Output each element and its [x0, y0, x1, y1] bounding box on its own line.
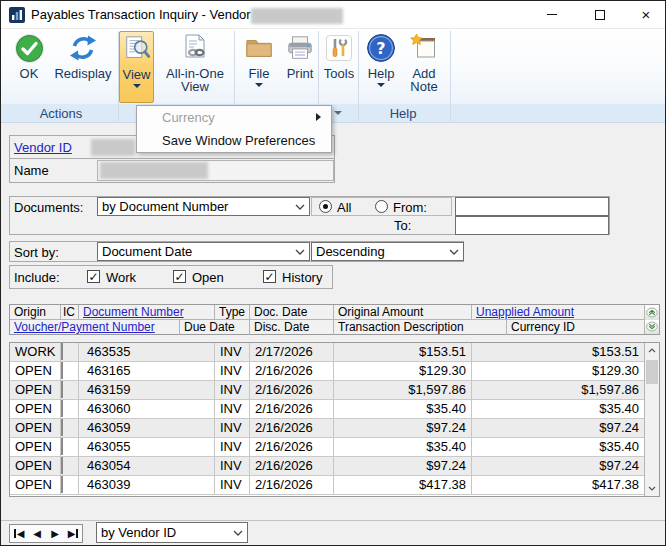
redisplay-button[interactable]: Redisplay — [51, 31, 115, 103]
view-dropdown-caret-icon — [133, 84, 141, 88]
cell-document-number: 463054 — [79, 457, 215, 475]
from-radio-label: From: — [393, 200, 427, 215]
header-document-number-link[interactable]: Document Number — [79, 305, 215, 319]
all-radio[interactable] — [319, 200, 332, 213]
cell-ic — [61, 457, 79, 475]
table-row[interactable]: OPEN 463039 INV 2/16/2026 $417.38 $417.3… — [10, 476, 659, 495]
last-record-icon — [76, 529, 78, 538]
group-label-actions: Actions — [7, 106, 115, 122]
group-label-help: Help — [359, 106, 447, 122]
all-radio-label: All — [337, 200, 351, 215]
app-icon — [9, 7, 25, 26]
print-button[interactable]: Print — [280, 31, 320, 103]
header-transaction-description: Transaction Description — [334, 320, 507, 335]
view-button[interactable]: View — [119, 31, 154, 103]
window-title: Payables Transaction Inquiry - Vendor - — [31, 1, 259, 28]
menu-item-currency-label: Currency — [162, 110, 215, 125]
help-button[interactable]: ? Help — [361, 31, 401, 103]
cell-ic — [61, 476, 79, 494]
table-row[interactable]: OPEN 463060 INV 2/16/2026 $35.40 $35.40 — [10, 400, 659, 419]
table-row[interactable]: OPEN 463054 INV 2/16/2026 $97.24 $97.24 — [10, 457, 659, 476]
from-radio[interactable] — [375, 200, 388, 213]
cell-ic — [61, 400, 79, 418]
cell-original-amount: $35.40 — [334, 400, 472, 418]
documents-range-value: by Document Number — [102, 199, 228, 214]
documents-range-select[interactable]: by Document Number — [97, 197, 310, 216]
menu-item-save-window-preferences[interactable]: Save Window Preferences — [137, 129, 331, 152]
expand-rows-button[interactable] — [644, 320, 659, 335]
radio-dot-icon — [323, 204, 328, 209]
ic-checkbox[interactable] — [61, 419, 63, 436]
go-previous-button[interactable]: ◀ — [28, 525, 46, 542]
include-history-checkbox[interactable]: ✓ — [263, 270, 276, 283]
maximize-button[interactable] — [582, 1, 618, 28]
tools-button[interactable]: Tools — [319, 31, 359, 103]
cell-document-number: 463535 — [79, 343, 215, 361]
vendor-id-link[interactable]: Vendor ID — [14, 140, 72, 155]
scrollbar-thumb[interactable] — [646, 360, 658, 384]
header-doc-date: Doc. Date — [250, 305, 334, 319]
table-row[interactable]: OPEN 463055 INV 2/16/2026 $35.40 $35.40 — [10, 438, 659, 457]
ok-icon — [14, 31, 45, 65]
header-unapplied-amount-link[interactable]: Unapplied Amount — [472, 305, 644, 319]
go-last-button[interactable]: ▶ — [64, 525, 82, 542]
transactions-table: WORK 463535 INV 2/17/2026 $153.51 $153.5… — [9, 342, 660, 497]
table-row[interactable]: WORK 463535 INV 2/17/2026 $153.51 $153.5… — [10, 343, 659, 362]
scroll-down-button[interactable] — [645, 481, 659, 496]
ic-checkbox[interactable] — [61, 381, 63, 398]
chevron-up-icon — [648, 348, 656, 353]
to-label: To: — [394, 218, 411, 233]
file-button[interactable]: File — [239, 31, 279, 103]
all-in-one-view-button[interactable]: All-in-One View — [157, 31, 233, 103]
scroll-up-button[interactable] — [645, 343, 659, 358]
to-input[interactable] — [455, 216, 609, 235]
ic-checkbox[interactable] — [61, 438, 63, 455]
collapse-rows-button[interactable] — [644, 305, 659, 320]
go-next-button[interactable]: ▶ — [46, 525, 64, 542]
minimize-button[interactable] — [534, 1, 570, 28]
include-history-label: History — [282, 270, 322, 285]
header-voucher-payment-number-link[interactable]: Voucher/Payment Number — [10, 320, 180, 335]
ic-checkbox[interactable] — [61, 476, 63, 493]
sort-direction-select[interactable]: Descending — [311, 242, 464, 261]
menu-item-currency[interactable]: Currency — [137, 106, 331, 129]
redacted-vendor-id — [91, 139, 135, 156]
cell-unapplied-amount: $129.30 — [472, 362, 644, 380]
header-type: Type — [215, 305, 250, 319]
include-work-checkbox[interactable]: ✓ — [87, 270, 100, 283]
cell-origin: OPEN — [10, 400, 61, 418]
close-button[interactable]: × — [627, 1, 665, 28]
go-first-button[interactable]: ◀ — [10, 525, 28, 542]
cell-ic — [61, 381, 79, 399]
cell-origin: OPEN — [10, 476, 61, 494]
ok-button[interactable]: OK — [7, 31, 51, 103]
table-row[interactable]: OPEN 463165 INV 2/16/2026 $129.30 $129.3… — [10, 362, 659, 381]
ic-checkbox[interactable] — [61, 400, 63, 417]
close-icon: × — [642, 7, 651, 22]
cell-document-number: 463039 — [79, 476, 215, 494]
from-input[interactable] — [455, 197, 609, 216]
cell-document-number: 463055 — [79, 438, 215, 456]
cell-unapplied-amount: $1,597.86 — [472, 381, 644, 399]
record-navigation: ◀ ◀ ▶ ▶ — [9, 524, 83, 543]
tools-icon — [326, 31, 352, 65]
table-row[interactable]: OPEN 463159 INV 2/16/2026 $1,597.86 $1,5… — [10, 381, 659, 400]
redacted-vendor-name — [251, 8, 343, 24]
cell-origin: OPEN — [10, 457, 61, 475]
chevron-down-icon — [449, 249, 459, 255]
add-note-button[interactable]: Add Note — [401, 31, 447, 103]
ic-checkbox[interactable] — [61, 362, 63, 379]
cell-unapplied-amount: $35.40 — [472, 400, 644, 418]
header-currency-id: Currency ID — [507, 320, 644, 335]
include-open-checkbox[interactable]: ✓ — [173, 270, 186, 283]
ic-checkbox[interactable] — [61, 343, 63, 360]
header-disc-date: Disc. Date — [250, 320, 334, 335]
table-header: Origin IC Document Number Type Doc. Date… — [9, 304, 660, 335]
sortby-select[interactable]: Document Date — [97, 242, 310, 261]
browse-by-select[interactable]: by Vendor ID — [96, 522, 248, 543]
cell-ic — [61, 343, 79, 361]
vertical-scrollbar[interactable] — [644, 343, 659, 496]
table-row[interactable]: OPEN 463059 INV 2/16/2026 $97.24 $97.24 — [10, 419, 659, 438]
sortby-label: Sort by: — [14, 245, 59, 260]
ic-checkbox[interactable] — [61, 457, 63, 474]
